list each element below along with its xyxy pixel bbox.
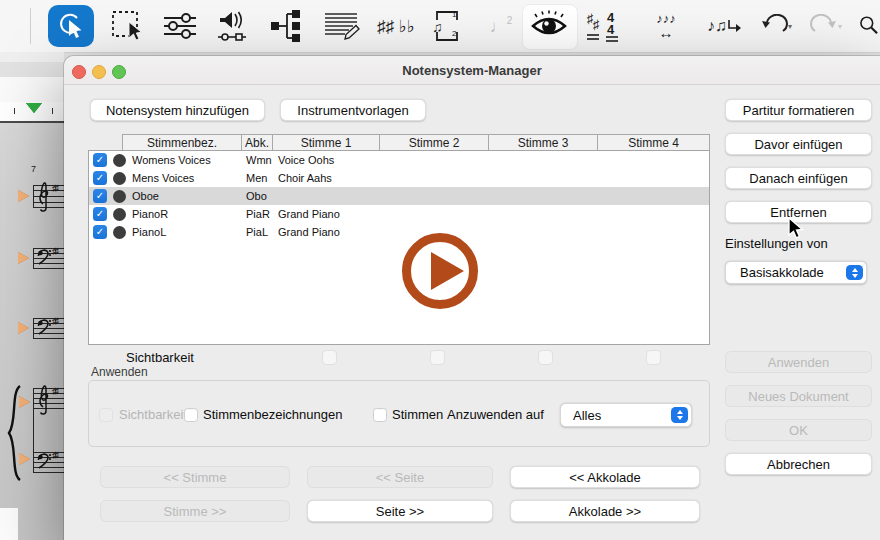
undo-menu-arrow[interactable]: ▾ (788, 22, 792, 31)
staff-color-dot[interactable] (113, 226, 126, 239)
repeat-number-1: 1 (452, 10, 456, 19)
staff-voice1: Choir Aahs (278, 169, 332, 187)
settings-scope-dropdown[interactable]: Basisakkolade (725, 261, 867, 284)
column-header-stimme1[interactable]: Stimme 1 (272, 134, 380, 151)
page-next-button[interactable]: Seite >> (307, 500, 493, 522)
staff-handle[interactable] (18, 190, 29, 202)
staff-manager-dialog: Notensystem-Manager Notensystem hinzufüg… (64, 56, 880, 540)
column-header-stimme4[interactable]: Stimme 4 (597, 134, 710, 151)
measure-number: 7 (31, 164, 36, 174)
apply-visibility-checkbox (99, 408, 113, 422)
redo-menu-arrow: ▾ (838, 22, 842, 31)
apply-voices-checkbox[interactable] (373, 408, 387, 422)
staff-handle[interactable] (18, 252, 29, 264)
note-move-tool[interactable]: ♪♫ (700, 13, 750, 39)
staff-visible-checkbox[interactable]: ✓ (93, 189, 107, 203)
staff-handle[interactable] (19, 453, 30, 465)
staff-color-dot[interactable] (113, 154, 126, 167)
staff-row[interactable]: ✓ PianoR PiaR Grand Piano (89, 205, 709, 223)
dropdown-stepper-icon (846, 265, 863, 280)
column-header-abk[interactable]: Abk. (241, 134, 273, 151)
apply-button: Anwenden (725, 351, 872, 373)
staff-visible-checkbox[interactable]: ✓ (93, 153, 107, 167)
apply-to-dropdown[interactable]: Alles (560, 403, 692, 427)
note-entry-tool[interactable]: ♩ 2 (484, 13, 518, 39)
column-header-stimmenbez[interactable]: Stimmenbez. (122, 134, 242, 151)
redo-icon (810, 14, 838, 38)
undo-button[interactable]: ▾ (756, 13, 796, 39)
select-tool-button[interactable] (48, 5, 94, 47)
staff-color-dot[interactable] (113, 172, 126, 185)
staff-abbr: Wmn (246, 151, 272, 169)
staff-voice1: Grand Piano (278, 223, 340, 241)
ruler-tick (52, 108, 53, 114)
visibility-checkbox-stimme3[interactable] (538, 350, 553, 365)
staff-visible-checkbox[interactable]: ✓ (93, 207, 107, 221)
note-spacing-tool[interactable]: ♪♪♪ ↔ (640, 8, 692, 44)
staff-handle[interactable] (19, 396, 30, 408)
video-play-overlay[interactable] (398, 229, 482, 313)
staff-row[interactable]: ✓ Mens Voices Men Choir Aahs (89, 169, 709, 187)
score-header-band (0, 62, 64, 78)
settings-of-label: Einstellungen von (725, 236, 828, 251)
key-signature: ♯♯ (52, 183, 57, 193)
dialog-titlebar[interactable]: Notensystem-Manager (64, 56, 880, 85)
column-header-stimme3[interactable]: Stimme 3 (488, 134, 598, 151)
treble-clef (35, 178, 51, 214)
column-header-stimme2[interactable]: Stimme 2 (379, 134, 489, 151)
settings-scope-value: Basisakkolade (740, 265, 824, 280)
dropdown-stepper-icon (671, 407, 688, 423)
staff-abbr: PiaL (246, 223, 268, 241)
marquee-tool[interactable] (108, 13, 150, 39)
staff-row[interactable]: ✓ Womens Voices Wmn Voice Oohs (89, 151, 709, 169)
visibility-checkbox-stimme2[interactable] (430, 350, 445, 365)
ok-button: OK (725, 419, 872, 441)
lyrics-tool[interactable] (320, 13, 364, 39)
svg-text:♯: ♯ (593, 17, 600, 32)
staff-name: Oboe (132, 187, 159, 205)
voice-prev-button: << Stimme (100, 466, 290, 488)
page-prev-button: << Seite (307, 466, 493, 488)
staff-visible-checkbox[interactable]: ✓ (93, 225, 107, 239)
staff-visible-checkbox[interactable]: ✓ (93, 171, 107, 185)
staff-abbr: Men (246, 169, 267, 187)
staff-voice1: Voice Oohs (278, 151, 334, 169)
text-lines-pencil-icon (323, 11, 361, 41)
visibility-tool[interactable] (528, 13, 570, 39)
key-signature-tool[interactable]: ♯♯ ♭♭ (374, 13, 418, 39)
staff-color-dot[interactable] (113, 190, 126, 203)
format-score-button[interactable]: Partitur formatieren (725, 99, 872, 121)
visibility-checkbox-stimme1[interactable] (322, 350, 337, 365)
key-signature: ♯♯ (52, 450, 57, 460)
key-signature: ♯♯ (52, 316, 57, 326)
group-next-button[interactable]: Akkolade >> (510, 500, 700, 522)
staff-handle[interactable] (18, 322, 29, 334)
add-staff-button[interactable]: Notensystem hinzufügen (90, 99, 265, 121)
staff-name: Mens Voices (132, 169, 194, 187)
playback-tool[interactable] (212, 13, 256, 39)
group-prev-button[interactable]: << Akkolade (510, 466, 700, 488)
staff-line (33, 268, 64, 269)
move-arrow-icon (727, 18, 743, 34)
cancel-button[interactable]: Abbrechen (725, 453, 872, 475)
visibility-checkbox-stimme4[interactable] (646, 350, 661, 365)
staff-tool[interactable] (268, 13, 306, 39)
page-corner (0, 508, 18, 540)
time-signature-icon: ♯ ♯ 4 4 (585, 9, 625, 43)
system-barline (33, 318, 34, 339)
mixer-tool[interactable] (160, 13, 200, 39)
repeat-number-2: 2 (452, 29, 456, 38)
insert-before-button[interactable]: Davor einfügen (725, 133, 872, 155)
redo-button[interactable]: ▾ (806, 13, 846, 39)
zoom-tool[interactable] (858, 13, 880, 39)
insert-after-button[interactable]: Danach einfügen (725, 167, 872, 189)
apply-voice-names-checkbox[interactable] (184, 408, 198, 422)
instrument-templates-button[interactable]: Instrumentvorlagen (280, 99, 426, 121)
ruler-position-marker[interactable] (26, 103, 42, 113)
apply-group-label: Anwenden (91, 365, 148, 379)
dialog-title: Notensystem-Manager (64, 63, 880, 78)
staff-row-selected[interactable]: ✓ Oboe Obo (89, 187, 709, 205)
time-signature-tool[interactable]: ♯ ♯ 4 4 (584, 13, 626, 39)
repeat-ending-tool[interactable]: ♫ 1 2 (428, 13, 472, 39)
staff-color-dot[interactable] (113, 208, 126, 221)
